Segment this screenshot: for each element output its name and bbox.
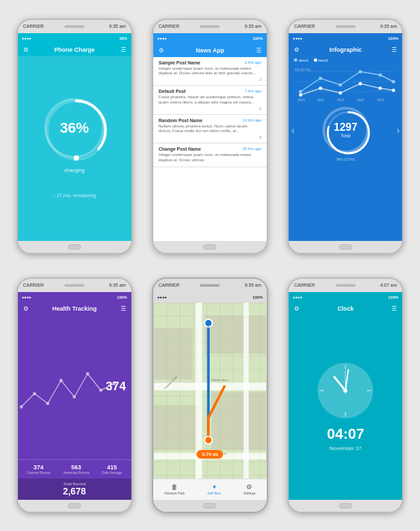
gear-icon-2[interactable]: ⚙ — [159, 47, 164, 54]
phone1-header: ⚙ Phone Charge ☰ — [18, 44, 131, 56]
svg-point-16 — [359, 82, 362, 85]
news-item-2[interactable]: Default Post 7 hrs ago Fusce pharetra, n… — [153, 86, 267, 115]
add-new-label: Add New — [207, 491, 220, 495]
news-app-title: News App — [196, 47, 224, 54]
svg-text:day2: day2 — [317, 98, 324, 102]
phone1: CARRIER 9:35 am ●●●● 33% ⚙ Phone Charge … — [17, 19, 133, 254]
svg-rect-41 — [244, 303, 249, 479]
clock-display-time: 04:07 — [327, 425, 364, 443]
health-stat-label-1: Calories Burned — [27, 471, 50, 475]
svg-point-2 — [74, 155, 79, 161]
phone5-notch: CARRIER 9:35 am — [153, 279, 267, 292]
svg-point-45 — [204, 436, 212, 444]
svg-text:day4: day4 — [357, 98, 364, 102]
gear-icon-4[interactable]: ⚙ — [23, 305, 29, 312]
phone2: CARRIER 9:35 am ●●●● 100% ⚙ News App ☰ S… — [152, 19, 268, 254]
menu-icon[interactable]: ☰ — [121, 46, 126, 53]
svg-point-46 — [204, 319, 212, 327]
svg-point-26 — [19, 405, 23, 408]
phone2-statusbar: ●●●● 100% — [153, 33, 267, 44]
health-stat-3: 415 Daily Average — [102, 464, 122, 475]
phone6-carrier: CARRIER — [294, 283, 315, 287]
news-time-4: 20 hrs ago — [243, 147, 261, 151]
legend-item2: item2 — [314, 58, 328, 62]
phone3-screen: ●●●● 100% ⚙ Infographic ☰ item1 — [289, 33, 402, 241]
map-distance: 0.74 mi — [197, 450, 224, 459]
phone5-screen: ●●●● 100% — [153, 292, 267, 500]
home-button-2[interactable] — [203, 244, 216, 250]
phone4-carrier: CARRIER — [23, 283, 44, 287]
home-button-5[interactable] — [203, 503, 216, 508]
next-arrow[interactable]: › — [397, 125, 400, 135]
phone4: CARRIER 9:35 am ●●●● 100% ⚙ Health Track… — [17, 277, 133, 513]
phone6-notch: CARRIER 4:07 am — [289, 279, 402, 292]
legend-label-2: item2 — [318, 58, 328, 62]
phone3-status-dots: ●●●● — [293, 37, 303, 40]
trash-icon: 🗑 — [171, 483, 178, 491]
news-item-4[interactable]: Change Post Name 20 hrs ago Integer scel… — [153, 143, 267, 167]
phone4-status-dots: ●●●● — [22, 295, 32, 299]
menu-icon-3[interactable]: ☰ — [391, 46, 397, 53]
remaining-text: ~ 27 min. remainning — [52, 193, 96, 198]
health-stat-val-3: 415 — [102, 464, 122, 471]
gear-icon-6[interactable]: ⚙ — [294, 305, 299, 312]
svg-rect-36 — [154, 405, 198, 449]
add-new-button[interactable]: ✦ Add New — [207, 483, 220, 495]
news-title-2: Default Post — [159, 89, 186, 94]
settings-button[interactable]: ⚙ Settings — [244, 483, 255, 495]
news-body-4: Integer scelerisque quam nunc, et malesu… — [159, 153, 261, 163]
phone5-status-dots: ●●●● — [157, 295, 167, 299]
phone1-title: Phone Charge — [54, 46, 95, 53]
svg-point-28 — [46, 402, 49, 405]
phone3: CARRIER 9:35 am ●●●● 100% ⚙ Infographic … — [287, 19, 403, 254]
news-item-1[interactable]: Sample Post Name 2 hrs ago Integer scele… — [153, 57, 267, 86]
infographic-title: Infographic — [329, 46, 362, 53]
phone5: CARRIER 9:35 am ●●●● 100% — [152, 277, 268, 513]
phone6-statusbar: ●●●● 100% — [289, 292, 402, 303]
svg-point-27 — [33, 392, 36, 395]
phone1-wrapper: CARRIER 9:35 am ●●●● 33% ⚙ Phone Charge … — [10, 10, 139, 262]
phone3-bottom — [289, 241, 402, 253]
home-button-4[interactable] — [68, 503, 81, 508]
phone1-battery: 33% — [119, 37, 127, 40]
phone6-wrapper: CARRIER 4:07 am ●●●● 100% ⚙ Clock ☰ — [281, 269, 410, 521]
phone3-wrapper: CARRIER 9:35 am ●●●● 100% ⚙ Infographic … — [281, 10, 410, 262]
svg-point-10 — [359, 70, 362, 73]
menu-icon-4[interactable]: ☰ — [121, 305, 126, 312]
prev-arrow[interactable]: ‹ — [291, 125, 295, 135]
phone3-header: ⚙ Infographic ☰ — [289, 44, 402, 56]
phone1-time: 9:35 am — [109, 24, 125, 29]
news-body-2: Fusce pharetra, neque vel scelerisque pr… — [159, 95, 261, 106]
phone4-statusbar: ●●●● 100% — [18, 292, 131, 303]
home-button-3[interactable] — [339, 244, 352, 250]
home-button[interactable] — [68, 244, 81, 250]
phone5-bottom — [153, 500, 267, 512]
phone5-statusbar: ●●●● 100% — [153, 292, 267, 303]
health-stat-2: 563 Yesterday Burned — [63, 464, 90, 475]
phone2-screen: ●●●● 100% ⚙ News App ☰ Sample Post Name … — [153, 33, 267, 241]
map-toolbar: 🗑 Remove Path ✦ Add New ⚙ Settings — [153, 479, 267, 500]
remove-path-button[interactable]: 🗑 Remove Path — [165, 483, 184, 495]
phone2-time: 9:35 am — [245, 24, 261, 29]
phone2-battery: 100% — [253, 37, 263, 40]
health-chart-svg — [18, 354, 117, 420]
news-item-3[interactable]: Random Post Name 13 hrs ago Nullam ultri… — [153, 115, 267, 144]
svg-point-12 — [392, 80, 395, 83]
phone3-notch: CARRIER 9:35 am — [289, 20, 402, 33]
phone3-carrier: CARRIER — [294, 24, 315, 29]
total-val: 2,678 — [23, 486, 126, 496]
counter-row: ‹ 1297 Total › — [289, 104, 402, 156]
news-time-2: 7 hrs ago — [245, 89, 261, 93]
phone3-statusbar: ●●●● 100% — [289, 33, 402, 44]
gear-icon-3[interactable]: ⚙ — [294, 46, 299, 53]
news-body-3: Nullam ultrices pharetra lectus. Nunc va… — [159, 124, 261, 135]
health-stats: 374 Calories Burned 563 Yesterday Burned… — [18, 459, 131, 479]
gear-icon[interactable]: ⚙ — [23, 46, 29, 53]
clock-svg — [317, 362, 374, 419]
home-button-6[interactable] — [339, 503, 352, 508]
news-list: Sample Post Name 2 hrs ago Integer scele… — [153, 57, 267, 241]
menu-icon-2[interactable]: ☰ — [256, 47, 261, 54]
phone4-wrapper: CARRIER 9:35 am ●●●● 100% ⚙ Health Track… — [10, 269, 139, 521]
charge-circle: 36% — [44, 98, 104, 158]
menu-icon-6[interactable]: ☰ — [391, 305, 397, 312]
